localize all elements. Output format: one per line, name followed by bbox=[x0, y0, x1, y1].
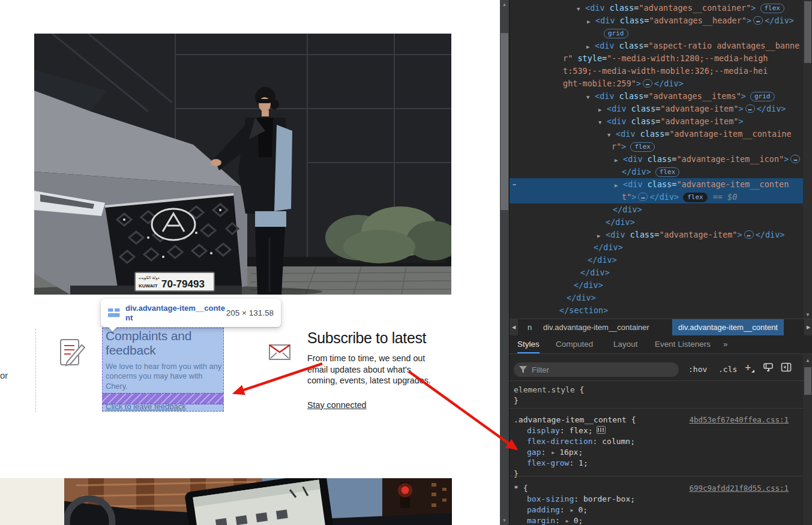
twisty-icon[interactable]: ▼ bbox=[586, 91, 595, 104]
dom-tree-row[interactable]: ▼<div class="advantage-item__containe bbox=[510, 128, 803, 140]
twisty-icon[interactable]: ▼ bbox=[577, 3, 585, 16]
css-property-gap[interactable]: gap: ▶16px; bbox=[514, 447, 799, 458]
stay-connected-link[interactable]: Stay connected bbox=[307, 400, 367, 410]
dom-tree-row[interactable]: </div> bbox=[510, 279, 803, 292]
dom-tree-row[interactable]: ▶<div class="advantage-item">…</div> bbox=[510, 103, 803, 115]
tab-styles[interactable]: Styles bbox=[517, 335, 540, 353]
css-property-padding[interactable]: padding: ▶0; bbox=[514, 505, 799, 515]
breadcrumb-item-content-selected[interactable]: div.advantage-item__content bbox=[672, 319, 784, 335]
twisty-icon[interactable]: ▶ bbox=[586, 41, 595, 53]
styles-filter-input[interactable]: Filter bbox=[514, 362, 679, 377]
inline-expand-button[interactable]: … bbox=[753, 16, 763, 25]
clipped-text: or bbox=[0, 370, 8, 380]
dom-tree-row[interactable]: ▶<div class="advantage-item">…</div> bbox=[510, 229, 803, 241]
code-token: > bbox=[631, 192, 636, 202]
tab-computed[interactable]: Computed bbox=[556, 335, 593, 353]
twisty-icon[interactable]: ▼ bbox=[607, 129, 616, 142]
stylesheet-source-link[interactable]: 4bd53ef67e40ffea.css:1 bbox=[689, 415, 789, 425]
dom-tree-row[interactable]: </div> bbox=[510, 241, 803, 254]
breadcrumb-item-container[interactable]: div.advantage-item__container bbox=[543, 319, 649, 335]
layout-badge[interactable]: flex bbox=[630, 142, 655, 152]
dom-tree-row[interactable]: ▶<div class="aspect-ratio advantages__ba… bbox=[510, 40, 803, 52]
layout-badge[interactable]: flex bbox=[760, 4, 785, 13]
page-scrollbar-thumb[interactable] bbox=[501, 33, 508, 210]
rendering-emulation-icon[interactable] bbox=[763, 362, 774, 373]
expand-arrow-icon[interactable]: ▶ bbox=[569, 505, 578, 516]
twisty-icon[interactable]: ▶ bbox=[597, 230, 606, 242]
styles-scrollbar-thumb[interactable] bbox=[804, 367, 811, 395]
tab-layout[interactable]: Layout bbox=[613, 335, 638, 353]
code-token: </div> bbox=[654, 79, 684, 88]
dom-tree-row[interactable]: ▼<div class="advantages__items">grid bbox=[510, 90, 803, 103]
dom-tree-row[interactable]: r" style="--media-width:1280;--media-hei… bbox=[510, 52, 803, 65]
advantage-item-heading: Complaints and feedback bbox=[102, 328, 224, 358]
layout-badge[interactable]: grid bbox=[604, 29, 628, 38]
code-token: </div> bbox=[622, 167, 651, 176]
breadcrumb-scroll-right-icon[interactable]: ▶ bbox=[804, 319, 812, 335]
dom-tree-row[interactable]: </div> bbox=[510, 203, 803, 216]
css-property-box-sizing[interactable]: box-sizing: border-box; bbox=[514, 494, 799, 505]
flex-editor-icon[interactable] bbox=[597, 426, 606, 434]
dom-tree-row[interactable]: </div> bbox=[510, 266, 803, 279]
leave-feedback-link[interactable]: Click to leave feedback bbox=[106, 402, 186, 411]
twisty-icon[interactable]: ▶ bbox=[598, 104, 607, 116]
css-property-display[interactable]: display: flex; bbox=[514, 425, 799, 436]
breadcrumb-item-clipped[interactable]: n bbox=[528, 319, 532, 335]
dom-tree-row[interactable]: ▶<div class="advantage-item__icon">… bbox=[510, 153, 803, 166]
elements-scrollbar[interactable]: ▼ bbox=[803, 0, 812, 319]
css-property-flex-direction[interactable]: flex-direction: column; bbox=[514, 436, 799, 447]
dom-tree-row[interactable]: </div> bbox=[510, 292, 803, 304]
inline-style-rule[interactable]: element.style { } bbox=[514, 385, 799, 406]
css-property-flex-grow[interactable]: flex-grow: 1; bbox=[514, 458, 799, 469]
twisty-icon[interactable]: ▶ bbox=[615, 154, 623, 167]
dom-tree-row[interactable]: t:539;--media-width-mobile:326;--media-h… bbox=[510, 65, 803, 77]
dom-tree-row[interactable]: </div> bbox=[510, 216, 803, 229]
scroll-down-icon[interactable]: ▼ bbox=[803, 312, 812, 317]
dom-tree-row[interactable]: ght-mobile:259">…</div> bbox=[510, 77, 803, 90]
expand-arrow-icon[interactable]: ▶ bbox=[565, 516, 574, 525]
tab-event-listeners[interactable]: Event Listeners bbox=[655, 335, 711, 353]
page-scrollbar[interactable]: ▲ ▼ bbox=[500, 0, 509, 525]
dom-tree-row[interactable]: r">flex bbox=[510, 140, 803, 153]
inline-expand-button[interactable]: … bbox=[745, 104, 755, 113]
dom-tree-row[interactable]: ⋯▶<div class="advantage-item__conten bbox=[510, 178, 803, 191]
inline-expand-button[interactable]: … bbox=[790, 155, 800, 163]
dom-tree-row[interactable]: ▼<div class="advantages__container">flex bbox=[510, 2, 803, 14]
inline-expand-button[interactable]: … bbox=[638, 193, 648, 201]
dom-tree-row[interactable]: ▶<div class="advantages__header">…</div> bbox=[510, 14, 803, 27]
css-property-margin[interactable]: margin: ▶0; bbox=[514, 515, 799, 525]
styles-scrollbar[interactable]: ▲ bbox=[803, 354, 812, 525]
tab-overflow-icon[interactable]: » bbox=[723, 335, 728, 353]
code-token: r" bbox=[563, 53, 577, 63]
dom-tree-row[interactable]: t">…</div>flex== $0 bbox=[510, 191, 803, 203]
dom-tree-row[interactable]: </section> bbox=[510, 304, 803, 317]
dom-tree-row[interactable]: ▼<div class="advantage-item"> bbox=[510, 115, 803, 128]
twisty-icon[interactable]: ▶ bbox=[587, 16, 595, 28]
scroll-up-icon[interactable]: ▲ bbox=[500, 2, 509, 7]
scroll-up-icon[interactable]: ▲ bbox=[803, 358, 812, 363]
inline-expand-button[interactable]: … bbox=[643, 79, 652, 88]
dom-tree-row[interactable]: </div> bbox=[510, 254, 803, 266]
breadcrumb-scroll-left-icon[interactable]: ◀ bbox=[510, 319, 518, 335]
inspected-element-highlight[interactable]: Complaints and feedback We love to hear … bbox=[102, 328, 224, 412]
twisty-icon[interactable]: ▶ bbox=[615, 179, 623, 192]
expand-arrow-icon[interactable]: ▶ bbox=[550, 448, 559, 458]
toggle-hover-state-button[interactable]: :hov bbox=[688, 362, 707, 377]
toggle-classes-button[interactable]: .cls bbox=[718, 362, 737, 377]
layout-badge[interactable]: flex bbox=[655, 167, 680, 177]
inline-expand-button[interactable]: … bbox=[744, 230, 754, 239]
stylesheet-source-link[interactable]: 699c9afdd21f8d55.css:1 bbox=[689, 483, 789, 494]
layout-badge[interactable]: flex bbox=[683, 193, 708, 202]
elements-scrollbar-thumb[interactable] bbox=[804, 1, 811, 63]
css-rule-advantage-item-content[interactable]: .advantage-item__content { 4bd53ef67e40f… bbox=[514, 415, 799, 479]
sidebar-toggle-icon[interactable] bbox=[781, 362, 792, 373]
code-token: "advantages__container" bbox=[639, 3, 751, 13]
dom-tree-row[interactable]: </div>flex bbox=[510, 166, 803, 178]
scroll-down-icon[interactable]: ▼ bbox=[500, 518, 509, 523]
dom-tree-row[interactable]: grid bbox=[510, 27, 803, 40]
css-rule-universal[interactable]: * { 699c9afdd21f8d55.css:1 box-sizing: b… bbox=[514, 483, 799, 525]
layout-badge[interactable]: grid bbox=[750, 92, 775, 101]
new-style-rule-button[interactable]: + bbox=[745, 361, 751, 375]
row-options-icon[interactable]: ⋯ bbox=[513, 178, 517, 191]
twisty-icon[interactable]: ▼ bbox=[598, 116, 607, 129]
